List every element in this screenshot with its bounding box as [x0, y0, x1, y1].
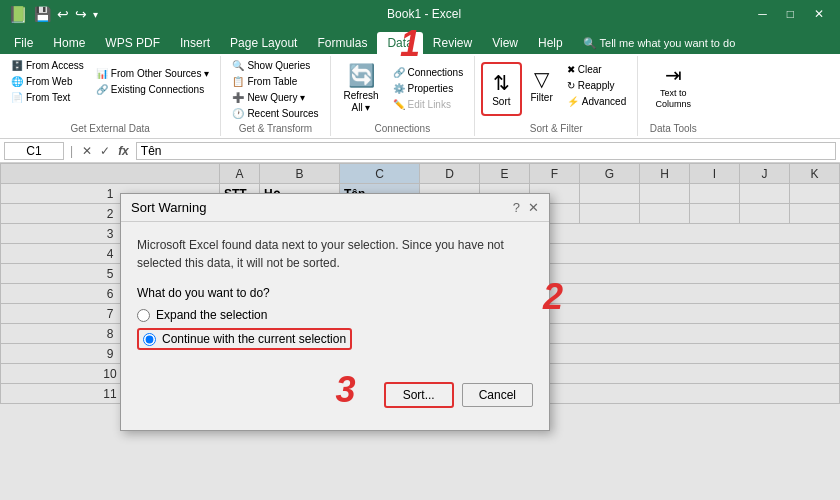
reapply-btn[interactable]: ↻ Reapply — [562, 78, 631, 93]
confirm-formula-icon[interactable]: ✓ — [97, 143, 113, 159]
save-icon[interactable]: 💾 — [34, 6, 51, 22]
tab-data[interactable]: Data — [377, 32, 422, 54]
window-title: Book1 - Excel — [387, 7, 461, 21]
recent-sources-icon: 🕐 — [232, 108, 244, 119]
show-queries-btn[interactable]: 🔍 Show Queries — [227, 58, 323, 73]
text-to-columns-btn[interactable]: ⇥ Text to Columns — [648, 58, 698, 114]
tab-review[interactable]: Review — [423, 32, 482, 54]
main-area: A B C D E F G H I J K 1 STT Họ — [0, 163, 840, 500]
sort-icon: ⇅ — [493, 71, 510, 95]
ribbon-group-sort-filter: ⇅ Sort ▽ Filter ✖ Clear ↻ Reapply ⚡ — [475, 56, 638, 136]
cancel-formula-icon[interactable]: ✕ — [79, 143, 95, 159]
reapply-icon: ↻ — [567, 80, 575, 91]
data-tools-label: Data Tools — [650, 121, 697, 134]
excel-icon: 📗 — [8, 5, 28, 24]
insert-function-icon[interactable]: fx — [115, 143, 132, 159]
dialog-question: What do you want to do? — [137, 286, 533, 300]
external-data-stack: 🗄️ From Access 🌐 From Web 📄 From Text — [6, 58, 89, 105]
expand-selection-radio[interactable] — [137, 309, 150, 322]
edit-links-icon: ✏️ — [393, 99, 405, 110]
expand-selection-option[interactable]: Expand the selection — [137, 308, 533, 322]
recent-sources-btn[interactable]: 🕐 Recent Sources — [227, 106, 323, 121]
external-data-label: Get External Data — [70, 121, 149, 134]
tab-file[interactable]: File — [4, 32, 43, 54]
get-transform-label: Get & Transform — [239, 121, 312, 134]
sort-filter-stack: ✖ Clear ↻ Reapply ⚡ Advanced — [562, 62, 631, 109]
redo-icon[interactable]: ↪ — [75, 6, 87, 22]
title-bar: 📗 💾 ↩ ↪ ▾ Book1 - Excel ─ □ ✕ — [0, 0, 840, 28]
connections-stack: 🔗 Connections ⚙️ Properties ✏️ Edit Link… — [388, 65, 469, 112]
ribbon-group-get-transform: 🔍 Show Queries 📋 From Table ➕ New Query … — [221, 56, 330, 136]
existing-connections-btn[interactable]: 🔗 Existing Connections — [91, 82, 215, 97]
connections-icon: 🔗 — [393, 67, 405, 78]
formula-bar: | ✕ ✓ fx — [0, 139, 840, 163]
dialog-help-icon[interactable]: ? — [513, 200, 520, 215]
dialog-close-icon[interactable]: ✕ — [528, 200, 539, 215]
cancel-button[interactable]: Cancel — [462, 383, 533, 407]
undo-icon[interactable]: ↩ — [57, 6, 69, 22]
sort-highlight-box: ⇅ Sort — [481, 62, 521, 116]
from-other-icon: 📊 — [96, 68, 108, 79]
tab-home[interactable]: Home — [43, 32, 95, 54]
external-data-buttons: 🗄️ From Access 🌐 From Web 📄 From Text 📊 … — [6, 58, 214, 105]
from-web-btn[interactable]: 🌐 From Web — [6, 74, 89, 89]
window-controls: ─ □ ✕ — [750, 5, 832, 23]
from-other-btn[interactable]: 📊 From Other Sources ▾ — [91, 66, 215, 81]
get-transform-buttons: 🔍 Show Queries 📋 From Table ➕ New Query … — [227, 58, 323, 121]
ribbon-group-data-tools: ⇥ Text to Columns Data Tools — [638, 56, 708, 136]
continue-selection-radio[interactable] — [143, 333, 156, 346]
dialog-overlay: 1 Sort Warning ? ✕ Microsoft Excel found… — [0, 163, 840, 500]
filter-btn[interactable]: ▽ Filter — [524, 62, 560, 108]
ribbon-group-external-data: 🗄️ From Access 🌐 From Web 📄 From Text 📊 … — [0, 56, 221, 136]
from-table-btn[interactable]: 📋 From Table — [227, 74, 323, 89]
sort-button[interactable]: Sort... — [384, 382, 454, 408]
tab-wps-pdf[interactable]: WPS PDF — [95, 32, 170, 54]
annotation-3: 3 — [336, 369, 356, 411]
dialog-message: Microsoft Excel found data next to your … — [137, 236, 533, 272]
text-to-columns-icon: ⇥ — [665, 63, 682, 87]
external-data-stack2: 📊 From Other Sources ▾ 🔗 Existing Connec… — [91, 66, 215, 97]
maximize-btn[interactable]: □ — [779, 5, 802, 23]
expand-selection-label: Expand the selection — [156, 308, 267, 322]
tab-insert[interactable]: Insert — [170, 32, 220, 54]
advanced-btn[interactable]: ⚡ Advanced — [562, 94, 631, 109]
properties-btn[interactable]: ⚙️ Properties — [388, 81, 469, 96]
connections-btn[interactable]: 🔗 Connections — [388, 65, 469, 80]
dialog-title-icons: ? ✕ — [513, 200, 539, 215]
customize-icon[interactable]: ▾ — [93, 9, 98, 20]
tab-formulas[interactable]: Formulas — [307, 32, 377, 54]
tab-page-layout[interactable]: Page Layout — [220, 32, 307, 54]
from-text-btn[interactable]: 📄 From Text — [6, 90, 89, 105]
new-query-btn[interactable]: ➕ New Query ▾ — [227, 90, 323, 105]
existing-connections-icon: 🔗 — [96, 84, 108, 95]
continue-selection-label: Continue with the current selection — [162, 332, 346, 346]
from-access-btn[interactable]: 🗄️ From Access — [6, 58, 89, 73]
title-bar-left: 📗 💾 ↩ ↪ ▾ — [8, 5, 98, 24]
get-transform-stack: 🔍 Show Queries 📋 From Table ➕ New Query … — [227, 58, 323, 121]
formula-input[interactable] — [136, 142, 836, 160]
show-queries-icon: 🔍 — [232, 60, 244, 71]
refresh-all-icon: 🔄 — [348, 63, 375, 89]
formula-divider: | — [68, 144, 75, 158]
clear-btn[interactable]: ✖ Clear — [562, 62, 631, 77]
ribbon-tabs: File Home WPS PDF Insert Page Layout For… — [0, 28, 840, 54]
edit-links-btn[interactable]: ✏️ Edit Links — [388, 97, 469, 112]
sort-filter-label: Sort & Filter — [530, 121, 583, 134]
minimize-btn[interactable]: ─ — [750, 5, 775, 23]
tab-search[interactable]: 🔍 Tell me what you want to do — [573, 33, 746, 54]
connections-label: Connections — [375, 121, 431, 134]
continue-selection-option[interactable]: Continue with the current selection — [137, 328, 352, 350]
from-access-icon: 🗄️ — [11, 60, 23, 71]
properties-icon: ⚙️ — [393, 83, 405, 94]
dialog-title-bar: Sort Warning ? ✕ — [121, 194, 549, 222]
tab-view[interactable]: View — [482, 32, 528, 54]
from-web-icon: 🌐 — [11, 76, 23, 87]
tab-help[interactable]: Help — [528, 32, 573, 54]
close-btn[interactable]: ✕ — [806, 5, 832, 23]
refresh-all-btn[interactable]: 🔄 Refresh All ▾ — [337, 58, 386, 118]
formula-icons: ✕ ✓ fx — [79, 143, 132, 159]
sort-warning-dialog: Sort Warning ? ✕ Microsoft Excel found d… — [120, 193, 550, 431]
from-table-icon: 📋 — [232, 76, 244, 87]
cell-reference-input[interactable] — [4, 142, 64, 160]
sort-btn[interactable]: ⇅ Sort — [485, 66, 517, 112]
